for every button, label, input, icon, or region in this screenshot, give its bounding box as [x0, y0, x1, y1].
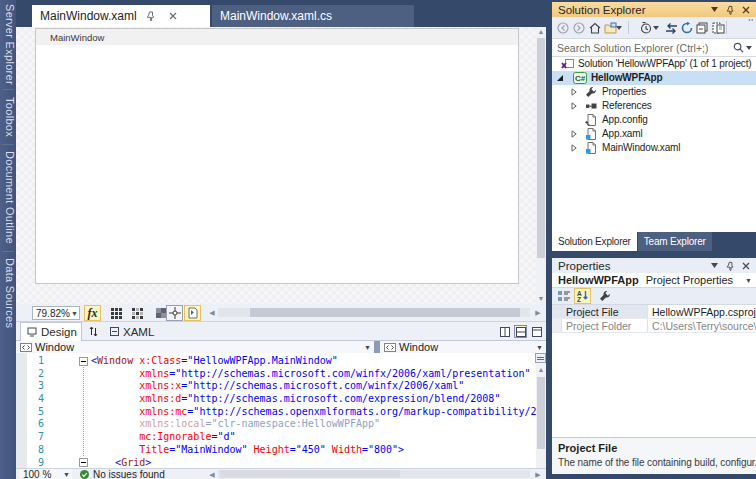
sidebar-item-document-outline[interactable]: Document Outline	[0, 148, 16, 247]
sync-with-active-document-button[interactable]	[663, 20, 679, 36]
chevron-down-icon[interactable]	[652, 20, 660, 36]
chevron-down-icon: ▼	[70, 310, 79, 317]
scrollbar-thumb[interactable]	[220, 470, 400, 478]
property-row-project-folder[interactable]: Project Folder C:\Users\Terry\source\rep	[552, 319, 756, 333]
scroll-up-icon[interactable]: ▲	[536, 365, 546, 375]
preview-window-title: MainWindow	[50, 32, 104, 43]
editor-vertical-scrollbar[interactable]: ▲	[536, 363, 546, 468]
search-icon[interactable]	[733, 42, 744, 53]
divider	[2, 251, 14, 252]
tree-row-app-xaml[interactable]: App.xaml	[552, 127, 756, 141]
scrollbar-thumb[interactable]	[250, 308, 520, 317]
close-icon[interactable]	[740, 4, 752, 16]
back-button[interactable]	[555, 20, 571, 36]
tree-row-project[interactable]: C# HellowWPFApp	[552, 71, 756, 85]
chevron-down-icon: ▼	[364, 344, 371, 351]
expander-collapsed-icon[interactable]	[570, 88, 578, 96]
tree-row-app-config[interactable]: App.config	[552, 113, 756, 127]
chevron-down-icon[interactable]	[615, 20, 623, 36]
scroll-left-icon[interactable]: ◀	[208, 306, 216, 319]
show-grid-button[interactable]	[108, 305, 125, 321]
scroll-left-icon[interactable]: ◀	[208, 470, 216, 479]
alphabetical-sort-button[interactable]: AZ	[574, 288, 591, 304]
sidebar-item-toolbox[interactable]: Toolbox	[0, 94, 16, 140]
property-pages-wrench-button[interactable]	[596, 288, 613, 304]
line-number: 5	[16, 406, 44, 419]
collapse-all-button[interactable]	[694, 20, 710, 36]
scrollbar-thumb[interactable]	[537, 377, 545, 449]
close-icon[interactable]	[165, 8, 181, 24]
designer-horizontal-scrollbar[interactable]: ◀ ▶	[208, 306, 542, 319]
tree-item-label: Solution 'HellowWPFApp' (1 of 1 project)	[578, 58, 751, 69]
project-code-toggle-button[interactable]	[184, 305, 201, 321]
scroll-down-icon[interactable]: ▼	[536, 294, 546, 304]
pin-icon[interactable]	[724, 4, 736, 16]
home-button[interactable]	[587, 20, 603, 36]
editor-zoom-combo[interactable]: 100 % ▼	[20, 469, 72, 479]
xaml-code-editor[interactable]: 1<Window x:Class="HellowWPFApp.MainWindo…	[16, 353, 546, 468]
show-all-files-button[interactable]	[710, 20, 726, 36]
tree-row-solution[interactable]: Solution 'HellowWPFApp' (1 of 1 project)	[552, 57, 756, 71]
designer-zoom-combo[interactable]: 79.82% ▼	[32, 306, 80, 320]
snaplines-toggle-button[interactable]	[166, 305, 183, 321]
check-circle-icon	[80, 470, 89, 479]
tree-row-mainwindow-xaml[interactable]: MainWindow.xaml	[552, 141, 756, 155]
forward-button[interactable]	[571, 20, 587, 36]
fold-collapse-icon[interactable]	[79, 357, 88, 366]
editor-horizontal-scrollbar[interactable]: ◀ ▶	[208, 470, 542, 479]
tab-mainwindow-xaml-cs[interactable]: MainWindow.xaml.cs	[212, 5, 414, 27]
vertical-split-button[interactable]	[498, 325, 511, 338]
search-input[interactable]	[552, 42, 733, 54]
effects-toggle-button[interactable]: fx	[84, 305, 101, 321]
expander-collapsed-icon[interactable]	[570, 144, 578, 152]
row-gutter	[552, 319, 562, 332]
tab-team-explorer[interactable]: Team Explorer	[638, 232, 712, 251]
tab-mainwindow-xaml[interactable]: MainWindow.xaml	[32, 5, 210, 27]
toolbar-overflow-icon[interactable]: ''	[749, 17, 754, 27]
tab-solution-explorer[interactable]: Solution Explorer	[552, 232, 637, 251]
refresh-button[interactable]	[679, 20, 695, 36]
swap-panes-button[interactable]	[85, 323, 101, 340]
pin-icon[interactable]	[724, 260, 736, 272]
horizontal-split-button[interactable]	[514, 325, 527, 338]
pin-icon[interactable]	[143, 8, 159, 24]
sidebar-item-data-sources[interactable]: Data Sources	[0, 255, 16, 331]
tab-design[interactable]: Design	[20, 322, 82, 341]
tree-row-references[interactable]: References	[552, 99, 756, 113]
window-position-icon[interactable]	[708, 4, 720, 16]
editor-split-handle[interactable]	[535, 353, 546, 363]
expander-expanded-icon[interactable]	[556, 74, 564, 82]
scroll-right-icon[interactable]: ▶	[534, 306, 542, 319]
sidebar-item-server-explorer[interactable]: Server Explorer	[0, 3, 16, 85]
line-number: 8	[16, 444, 44, 457]
solution-explorer-titlebar[interactable]: Solution Explorer	[552, 2, 756, 17]
designer-vertical-scrollbar[interactable]: ▲ ▼	[536, 27, 546, 304]
scroll-right-icon[interactable]: ▶	[534, 470, 542, 479]
design-preview-window[interactable]: MainWindow	[35, 28, 519, 284]
window-position-icon[interactable]	[708, 260, 720, 272]
tree-row-properties[interactable]: Properties	[552, 85, 756, 99]
element-selector-left[interactable]: Window ▼	[16, 341, 374, 353]
collapse-pane-button[interactable]	[530, 325, 543, 338]
properties-object-selector[interactable]: HellowWPFApp Project Properties ▼	[552, 273, 756, 288]
tab-label: Solution Explorer	[558, 236, 631, 247]
properties-titlebar[interactable]: Properties	[552, 258, 756, 273]
property-value[interactable]: HellowWPFApp.csproj	[648, 305, 756, 318]
close-icon[interactable]	[740, 260, 752, 272]
expander-collapsed-icon[interactable]	[570, 130, 578, 138]
property-row-project-file[interactable]: Project File HellowWPFApp.csproj	[552, 305, 756, 319]
chevron-down-icon[interactable]	[746, 46, 752, 50]
categorized-view-button[interactable]	[556, 288, 573, 304]
scroll-up-icon[interactable]: ▲	[536, 27, 546, 37]
element-selector-right[interactable]: Window ▼	[380, 341, 546, 353]
divider	[2, 144, 14, 145]
snap-grid-button[interactable]	[129, 305, 146, 321]
expander-collapsed-icon[interactable]	[570, 102, 578, 110]
property-value[interactable]: C:\Users\Terry\source\rep	[648, 319, 756, 332]
tab-xaml[interactable]: XAML	[104, 322, 166, 341]
design-tab-label: Design	[41, 326, 77, 338]
fold-collapse-icon[interactable]	[79, 458, 88, 467]
scrollbar-thumb[interactable]	[537, 38, 545, 258]
tool-window-tab-strip: Solution Explorer Team Explorer	[552, 232, 756, 251]
document-health-indicator[interactable]: No issues found	[80, 469, 165, 479]
